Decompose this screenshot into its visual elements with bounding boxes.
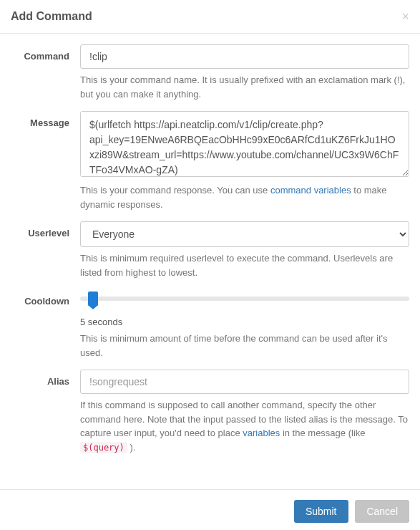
- submit-button[interactable]: Submit: [294, 500, 348, 523]
- command-label: Command: [11, 44, 80, 101]
- userlevel-help: This is minimum required userlevel to ex…: [80, 251, 409, 279]
- modal-header: Add Command ×: [0, 0, 420, 34]
- command-row: Command This is your command name. It is…: [11, 44, 409, 101]
- command-variables-link[interactable]: command variables: [270, 185, 351, 196]
- slider-thumb[interactable]: [88, 292, 98, 306]
- alias-input[interactable]: [80, 370, 409, 394]
- modal-body: Command This is your command name. It is…: [0, 34, 420, 475]
- command-help: This is your command name. It is usually…: [80, 73, 409, 101]
- modal-title: Add Command: [11, 10, 92, 23]
- userlevel-row: Userlevel Everyone This is minimum requi…: [11, 221, 409, 279]
- message-row: Message $(urlfetch https://api.neatclip.…: [11, 111, 409, 211]
- close-icon[interactable]: ×: [401, 10, 409, 23]
- alias-row: Alias If this command is supposed to cal…: [11, 370, 409, 454]
- cooldown-slider[interactable]: [80, 289, 409, 307]
- message-label: Message: [11, 111, 80, 211]
- userlevel-label: Userlevel: [11, 221, 80, 279]
- userlevel-select[interactable]: Everyone: [80, 221, 409, 247]
- cancel-button[interactable]: Cancel: [355, 500, 409, 523]
- message-help: This is your command response. You can u…: [80, 183, 409, 211]
- alias-help: If this command is supposed to call anot…: [80, 398, 409, 454]
- message-input[interactable]: $(urlfetch https://api.neatclip.com/v1/c…: [80, 111, 409, 177]
- cooldown-value: 5 seconds: [80, 317, 409, 327]
- variables-link[interactable]: variables: [243, 428, 280, 438]
- command-input[interactable]: [80, 44, 409, 69]
- cooldown-label: Cooldown: [11, 289, 80, 360]
- cooldown-row: Cooldown 5 seconds This is minimum amoun…: [11, 289, 409, 360]
- alias-label: Alias: [11, 370, 80, 454]
- query-code: $(query): [80, 442, 127, 453]
- modal-footer: Submit Cancel: [0, 489, 420, 530]
- cooldown-help: This is minimum amount of time before th…: [80, 332, 409, 360]
